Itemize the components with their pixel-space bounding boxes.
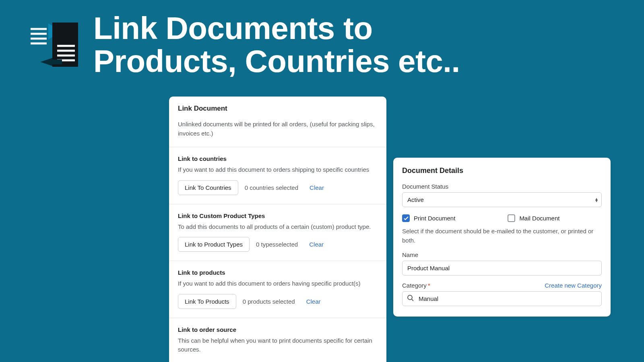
svg-point-14 (408, 295, 412, 300)
print-document-checkbox[interactable]: Print Document (402, 214, 455, 222)
link-countries-sub: If you want to add this document to orde… (178, 165, 378, 175)
link-source-heading: Link to order source (178, 326, 378, 333)
document-details-title: Document Details (402, 167, 602, 175)
create-new-category-link[interactable]: Create new Category (545, 282, 602, 289)
products-clear-link[interactable]: Clear (306, 298, 321, 305)
document-status-select[interactable]: Active (402, 192, 602, 207)
category-search-input[interactable] (402, 291, 602, 306)
document-details-card: Document Details Document Status Active … (393, 158, 611, 317)
countries-selected-count: 0 countries selected (245, 184, 298, 191)
checkbox-unchecked-icon (508, 214, 515, 222)
document-status-label: Document Status (402, 183, 602, 190)
select-caret-icon: ▴▾ (595, 197, 598, 202)
category-label: Category* (402, 282, 430, 289)
link-document-header: Link Document Unlinked documents will be… (169, 97, 386, 147)
link-document-card: Link Document Unlinked documents will be… (169, 97, 386, 362)
page-header: Link Documents to Products, Countries et… (0, 0, 644, 78)
countries-clear-link[interactable]: Clear (310, 184, 324, 191)
link-products-section: Link to products If you want to add this… (169, 261, 386, 318)
print-mail-help-text: Select if the document should be e-maile… (402, 227, 602, 245)
link-types-sub: To add this documents to all products of… (178, 222, 378, 232)
link-to-product-types-button[interactable]: Link to Product Types (178, 237, 250, 252)
search-icon (407, 294, 414, 303)
checkbox-checked-icon (402, 214, 410, 222)
link-document-subtitle: Unlinked documents will be printed for a… (178, 120, 378, 138)
link-to-countries-button[interactable]: Link To Countries (178, 180, 238, 195)
mail-document-checkbox[interactable]: Mail Document (508, 214, 559, 222)
link-order-source-section: Link to order source This can be helpful… (169, 318, 386, 362)
link-products-heading: Link to products (178, 269, 378, 276)
link-types-section: Link to Custom Product Types To add this… (169, 204, 386, 261)
link-source-sub: This can be helpful when you want to pri… (178, 336, 378, 354)
name-label: Name (402, 251, 602, 258)
link-countries-heading: Link to countries (178, 155, 378, 162)
document-link-logo-icon (31, 19, 79, 71)
link-countries-section: Link to countries If you want to add thi… (169, 147, 386, 204)
link-to-products-button[interactable]: Link To Products (178, 294, 236, 309)
types-clear-link[interactable]: Clear (309, 241, 324, 248)
print-document-label: Print Document (414, 215, 455, 222)
types-selected-count: 0 typesselected (256, 241, 298, 248)
document-name-input[interactable] (402, 261, 602, 276)
svg-rect-13 (52, 60, 62, 64)
svg-line-15 (412, 299, 413, 301)
link-types-heading: Link to Custom Product Types (178, 212, 378, 219)
page-title: Link Documents to Products, Countries et… (93, 12, 516, 78)
link-products-sub: If you want to add this document to orde… (178, 279, 378, 288)
mail-document-label: Mail Document (519, 215, 559, 222)
svg-marker-12 (40, 58, 52, 66)
products-selected-count: 0 products selected (243, 298, 295, 305)
link-document-title: Link Document (178, 105, 378, 113)
